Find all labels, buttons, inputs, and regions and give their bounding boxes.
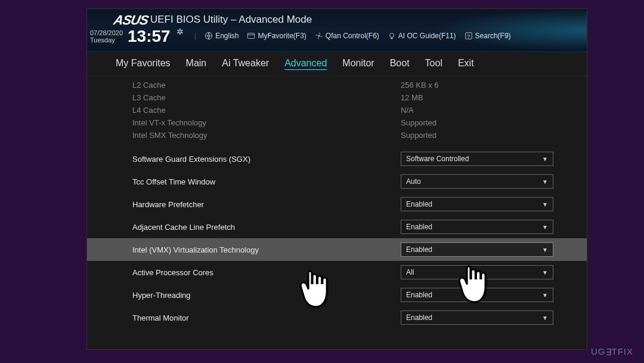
tab-my-favorites[interactable]: My Favorites	[116, 58, 171, 71]
info-value: 256 KB x 6	[401, 81, 439, 90]
dropdown-thermal-monitor[interactable]: Enabled ▼	[401, 310, 553, 325]
setting-label: Adjacent Cache Line Prefetch	[132, 223, 401, 232]
dropdown-sgx[interactable]: Software Controlled ▼	[401, 152, 553, 166]
setting-row-active-cores[interactable]: Active Processor Cores All ▼	[87, 261, 587, 284]
language-selector[interactable]: English	[205, 32, 239, 40]
tab-ai-tweaker[interactable]: Ai Tweaker	[222, 58, 269, 71]
info-label: Intel SMX Technology	[132, 131, 401, 140]
chevron-down-icon: ▼	[542, 247, 548, 253]
setting-label: Software Guard Extensions (SGX)	[132, 155, 401, 164]
page-title: UEFI BIOS Utility – Advanced Mode	[150, 14, 312, 26]
bios-window: ASUS UEFI BIOS Utility – Advanced Mode 0…	[86, 8, 587, 350]
setting-row-adjacent-cache[interactable]: Adjacent Cache Line Prefetch Enabled ▼	[87, 216, 587, 238]
day-text: Tuesday	[90, 36, 123, 44]
dropdown-value: Enabled	[406, 313, 432, 322]
topbar: | English MyFavorite(F3) Qfan Control(F6…	[194, 32, 511, 40]
dropdown-hyper-threading[interactable]: Enabled ▼	[401, 288, 553, 302]
fan-icon	[315, 32, 323, 40]
svg-point-2	[318, 35, 320, 37]
setting-label: Thermal Monitor	[132, 313, 401, 322]
separator: |	[194, 32, 196, 40]
chevron-down-icon: ▼	[542, 224, 548, 230]
dropdown-adjacent-cache[interactable]: Enabled ▼	[401, 220, 553, 234]
brand-logo: ASUS	[112, 13, 150, 28]
setting-row-sgx[interactable]: Software Guard Extensions (SGX) Software…	[87, 147, 587, 170]
info-label: L4 Cache	[132, 106, 401, 115]
info-label: Intel VT-x Technology	[132, 118, 401, 127]
info-row: Intel SMX Technology Supported	[87, 129, 587, 141]
aioc-label: AI OC Guide(F11)	[398, 32, 456, 40]
header-decoration	[432, 9, 587, 51]
tab-main[interactable]: Main	[186, 58, 207, 71]
dropdown-value: Enabled	[406, 291, 432, 299]
dropdown-tcc[interactable]: Auto ▼	[401, 174, 553, 189]
info-row: L4 Cache N/A	[87, 104, 587, 116]
folder-icon	[247, 32, 255, 40]
chevron-down-icon: ▼	[542, 292, 548, 299]
chevron-down-icon: ▼	[542, 156, 548, 162]
watermark: UG∃TFIX	[591, 346, 633, 357]
tab-tool[interactable]: Tool	[425, 58, 442, 71]
header: ASUS UEFI BIOS Utility – Advanced Mode 0…	[87, 9, 587, 52]
setting-label: Intel (VMX) Virtualization Technology	[132, 245, 401, 254]
setting-row-thermal-monitor[interactable]: Thermal Monitor Enabled ▼	[87, 306, 587, 329]
setting-label: Tcc Offset Time Window	[132, 177, 401, 186]
info-label: L3 Cache	[132, 93, 401, 102]
setting-row-hw-prefetcher[interactable]: Hardware Prefetcher Enabled ▼	[87, 193, 587, 216]
chevron-down-icon: ▼	[542, 315, 548, 321]
dropdown-hw-prefetcher[interactable]: Enabled ▼	[401, 197, 553, 211]
tab-monitor[interactable]: Monitor	[342, 58, 374, 71]
dropdown-active-cores[interactable]: All ▼	[401, 265, 553, 279]
qfan-button[interactable]: Qfan Control(F6)	[315, 32, 379, 40]
content-area: L2 Cache 256 KB x 6 L3 Cache 12 MB L4 Ca…	[87, 76, 587, 329]
svg-text:?: ?	[467, 33, 470, 39]
qfan-label: Qfan Control(F6)	[326, 32, 379, 40]
setting-row-hyper-threading[interactable]: Hyper-Threading Enabled ▼	[87, 284, 587, 306]
info-value: N/A	[401, 106, 414, 115]
info-value: 12 MB	[401, 93, 423, 102]
globe-icon	[205, 32, 213, 40]
tab-bar: My Favorites Main Ai Tweaker Advanced Mo…	[87, 52, 587, 76]
info-label: L2 Cache	[132, 81, 401, 90]
dropdown-value: All	[406, 268, 414, 276]
tab-boot[interactable]: Boot	[390, 58, 410, 71]
question-icon: ?	[465, 32, 473, 40]
myfavorite-label: MyFavorite(F3)	[258, 32, 306, 40]
setting-label: Hyper-Threading	[132, 291, 401, 300]
dropdown-value: Enabled	[406, 223, 432, 231]
myfavorite-button[interactable]: MyFavorite(F3)	[247, 32, 306, 40]
language-label: English	[215, 32, 239, 40]
dropdown-value: Enabled	[406, 200, 432, 208]
bulb-icon	[388, 32, 396, 40]
info-value: Supported	[401, 118, 436, 127]
info-row: L2 Cache 256 KB x 6	[87, 79, 587, 91]
dropdown-value: Auto	[406, 177, 421, 186]
tab-exit[interactable]: Exit	[458, 58, 474, 71]
search-button[interactable]: ? Search(F9)	[465, 32, 511, 40]
search-label: Search(F9)	[475, 32, 511, 40]
svg-rect-1	[248, 33, 255, 39]
info-value: Supported	[401, 131, 436, 140]
chevron-down-icon: ▼	[542, 201, 548, 208]
setting-row-tcc[interactable]: Tcc Offset Time Window Auto ▼	[87, 170, 587, 193]
aioc-button[interactable]: AI OC Guide(F11)	[388, 32, 456, 40]
date-text: 07/28/2020	[90, 29, 123, 36]
setting-row-vmx[interactable]: Intel (VMX) Virtualization Technology En…	[87, 238, 587, 261]
setting-label: Hardware Prefetcher	[132, 200, 401, 209]
chevron-down-icon: ▼	[542, 269, 548, 276]
dropdown-value: Software Controlled	[406, 155, 469, 163]
setting-label: Active Processor Cores	[132, 268, 401, 277]
svg-point-3	[389, 33, 394, 38]
clock: 13:57	[128, 27, 171, 46]
info-row: L3 Cache 12 MB	[87, 91, 587, 104]
tab-advanced[interactable]: Advanced	[284, 58, 327, 71]
date-block: 07/28/2020 Tuesday	[90, 29, 123, 44]
gear-icon[interactable]: ✲	[177, 27, 184, 36]
dropdown-vmx[interactable]: Enabled ▼	[401, 242, 553, 257]
chevron-down-icon: ▼	[542, 179, 548, 185]
dropdown-value: Enabled	[406, 245, 432, 254]
info-row: Intel VT-x Technology Supported	[87, 116, 587, 129]
